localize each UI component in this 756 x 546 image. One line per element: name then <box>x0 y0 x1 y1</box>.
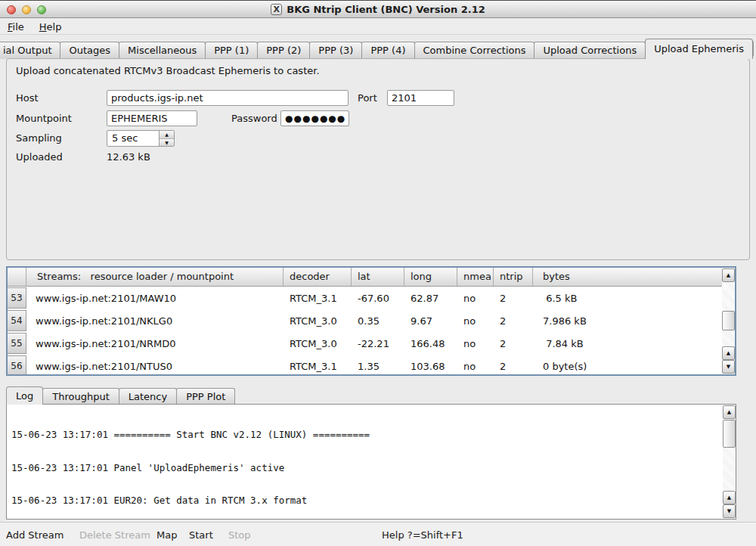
cell-ntrip: 2 <box>494 293 533 304</box>
upload-ephemeris-panel: Upload concatenated RTCMv3 Broadcast Eph… <box>6 58 750 260</box>
tab-ppp-1[interactable]: PPP (1) <box>205 42 258 59</box>
cell-decoder: RTCM_3.1 <box>284 361 352 372</box>
header-nmea[interactable]: nmea <box>457 268 494 286</box>
spinner-up-icon[interactable]: ▲ <box>160 131 174 139</box>
header-ntrip[interactable]: ntrip <box>494 268 533 286</box>
scroll-down-icon[interactable]: ▼ <box>723 504 736 518</box>
tab-log[interactable]: Log <box>6 386 43 405</box>
cell-decoder: RTCM_3.1 <box>284 293 352 304</box>
cell-ntrip: 2 <box>494 315 533 327</box>
table-row[interactable]: 54 www.igs-ip.net:2101/NKLG0 RTCM_3.0 0.… <box>8 309 735 332</box>
sampling-spinner[interactable]: 5 sec ▲ ▼ <box>107 130 175 147</box>
tab-miscellaneous[interactable]: Miscellaneous <box>119 42 206 59</box>
table-row[interactable]: 56 www.igs-ip.net:2101/NTUS0 RTCM_3.1 1.… <box>8 355 735 376</box>
header-bytes[interactable]: bytes <box>533 268 735 286</box>
header-stream[interactable]: Streams: resource loader / mountpoint <box>26 268 284 286</box>
header-row-number <box>8 268 26 286</box>
cell-bytes: 7.986 kB <box>533 315 735 327</box>
scroll-up-icon[interactable]: ▲ <box>723 405 736 419</box>
host-input[interactable] <box>107 90 349 106</box>
cell-lat: -67.60 <box>352 293 404 304</box>
scroll-up-icon[interactable]: ▲ <box>722 346 735 360</box>
tab-throughput[interactable]: Throughput <box>42 388 119 405</box>
x11-app-icon: X <box>271 4 282 15</box>
sampling-spin-buttons: ▲ ▼ <box>159 131 174 146</box>
cell-stream: www.igs-ip.net:2101/NTUS0 <box>26 361 284 372</box>
tab-ppp-plot[interactable]: PPP Plot <box>176 388 235 405</box>
cell-long: 166.48 <box>404 338 457 349</box>
window-title: BKG Ntrip Client (BNC) Version 2.12 <box>287 4 485 15</box>
sampling-label: Sampling <box>16 132 62 144</box>
bottom-toolbar: Add Stream Delete Stream Map Start Stop … <box>0 522 756 546</box>
tab-outages[interactable]: Outages <box>60 42 119 59</box>
cell-ntrip: 2 <box>494 338 533 349</box>
log-line: 15-06-23 13:17:01 EUR20: Get data in RTC… <box>11 495 720 507</box>
header-long[interactable]: long <box>404 268 457 286</box>
tab-combine-corrections[interactable]: Combine Corrections <box>414 42 535 59</box>
log-output[interactable]: 15-06-23 13:17:01 ========== Start BNC v… <box>8 408 720 517</box>
scroll-up-icon[interactable]: ▲ <box>723 491 736 504</box>
bottom-tabbar: Log Throughput Latency PPP Plot <box>6 386 756 405</box>
map-button[interactable]: Map <box>156 523 177 546</box>
table-scrollbar[interactable]: ▲ ▲ ▼ <box>722 268 735 374</box>
top-tabbar: ial Output Outages Miscellaneous PPP (1)… <box>0 39 756 59</box>
cell-bytes: 6.5 kB <box>533 293 735 304</box>
row-number[interactable]: 55 <box>8 333 26 354</box>
row-number[interactable]: 54 <box>8 310 26 331</box>
uploaded-label: Uploaded <box>16 151 63 163</box>
tab-upload-ephemeris[interactable]: Upload Ephemeris <box>645 39 753 59</box>
cell-decoder: RTCM_3.0 <box>284 338 352 349</box>
cell-decoder: RTCM_3.0 <box>284 315 352 327</box>
header-decoder[interactable]: decoder <box>284 268 352 286</box>
log-pane: 15-06-23 13:17:01 ========== Start BNC v… <box>6 404 736 520</box>
log-line: 15-06-23 13:17:01 Panel 'UploadEphemeris… <box>11 463 720 474</box>
start-button[interactable]: Start <box>189 523 213 546</box>
port-input[interactable] <box>387 90 454 106</box>
log-scrollbar[interactable]: ▲ ▲ ▼ <box>723 405 736 519</box>
cell-ntrip: 2 <box>494 361 533 372</box>
spinner-down-icon[interactable]: ▼ <box>160 139 174 147</box>
scrollbar-thumb[interactable] <box>722 311 735 330</box>
mountpoint-label: Mountpoint <box>16 113 72 124</box>
menu-help[interactable]: Help <box>39 21 62 33</box>
delete-stream-button: Delete Stream <box>79 523 150 546</box>
tab-upload-corrections[interactable]: Upload Corrections <box>534 42 646 59</box>
panel-description: Upload concatenated RTCMv3 Broadcast Eph… <box>16 65 320 76</box>
tab-ppp-2[interactable]: PPP (2) <box>257 42 310 59</box>
add-stream-button[interactable]: Add Stream <box>6 523 64 546</box>
sampling-value: 5 sec <box>107 131 159 146</box>
cell-lat: -22.21 <box>352 338 404 349</box>
cell-bytes: 7.84 kB <box>533 338 735 349</box>
stop-button: Stop <box>228 523 251 546</box>
header-lat[interactable]: lat <box>352 268 404 286</box>
titlebar: X BKG Ntrip Client (BNC) Version 2.12 <box>0 0 756 18</box>
uploaded-value: 12.63 kB <box>107 151 150 163</box>
scroll-down-icon[interactable]: ▼ <box>722 360 735 374</box>
table-row[interactable]: 55 www.igs-ip.net:2101/NRMD0 RTCM_3.0 -2… <box>8 332 735 355</box>
tab-serial-output[interactable]: ial Output <box>0 42 60 59</box>
port-label: Port <box>358 92 377 104</box>
cell-nmea: no <box>457 338 494 349</box>
menu-file[interactable]: File <box>8 21 24 33</box>
table-row[interactable]: 53 www.igs-ip.net:2101/MAW10 RTCM_3.1 -6… <box>8 287 735 309</box>
mountpoint-input[interactable] <box>107 110 197 126</box>
password-input[interactable] <box>280 110 349 126</box>
help-shortcut-label: Help ?=Shift+F1 <box>382 523 463 546</box>
cell-stream: www.igs-ip.net:2101/NRMD0 <box>26 338 284 349</box>
streams-table-header: Streams: resource loader / mountpoint de… <box>8 268 735 287</box>
scrollbar-thumb[interactable] <box>723 420 736 448</box>
cell-long: 62.87 <box>404 293 457 304</box>
cell-nmea: no <box>457 361 494 372</box>
tab-ppp-4[interactable]: PPP (4) <box>361 42 414 59</box>
scroll-up-icon[interactable]: ▲ <box>722 268 735 282</box>
row-number[interactable]: 56 <box>8 355 26 376</box>
app-window: X BKG Ntrip Client (BNC) Version 2.12 Fi… <box>0 0 756 546</box>
streams-table: Streams: resource loader / mountpoint de… <box>6 266 736 376</box>
cell-bytes: 0 byte(s) <box>533 361 735 372</box>
cell-lat: 1.35 <box>352 361 404 372</box>
tab-ppp-3[interactable]: PPP (3) <box>309 42 362 59</box>
tab-latency[interactable]: Latency <box>119 388 177 405</box>
cell-stream: www.igs-ip.net:2101/MAW10 <box>26 293 284 304</box>
row-number[interactable]: 53 <box>8 287 26 309</box>
cell-long: 9.67 <box>404 315 457 327</box>
